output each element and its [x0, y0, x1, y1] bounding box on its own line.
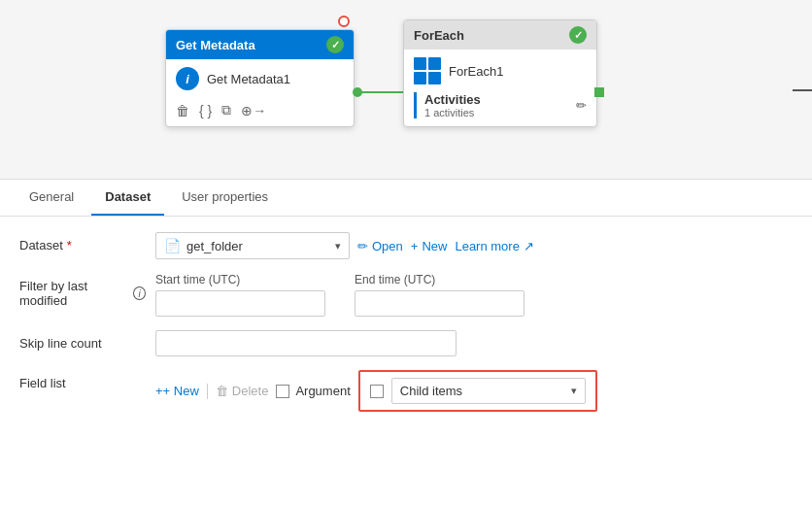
arrow-right-icon[interactable]: ⊕→ — [241, 103, 266, 118]
node-get-metadata-title: Get Metadata — [176, 38, 255, 52]
code-icon[interactable]: { } — [199, 103, 212, 118]
child-items-checkbox[interactable] — [370, 385, 384, 398]
tab-general[interactable]: General — [16, 180, 87, 216]
dataset-row: Dataset * 📄 get_folder ▾ ✏ Open + New Le… — [19, 232, 793, 259]
dataset-select-value: get_folder — [186, 239, 329, 253]
new-field-plus-icon: + — [155, 384, 163, 398]
argument-checkbox[interactable] — [276, 385, 289, 398]
dataset-select[interactable]: 📄 get_folder ▾ — [155, 232, 350, 259]
node-foreach-check: ✓ — [569, 26, 587, 44]
delete-field-button[interactable]: 🗑 Delete — [216, 384, 269, 398]
tab-user-properties[interactable]: User properties — [168, 180, 282, 216]
foreach-body: ForEach1 Activities 1 activities ✏ — [404, 50, 596, 126]
foreach-inner-text: ForEach1 — [449, 64, 503, 79]
dataset-label: Dataset * — [19, 232, 146, 252]
node-get-metadata-body-text: Get Metadata1 — [207, 72, 290, 86]
child-items-value: Child items — [400, 384, 565, 398]
child-items-select[interactable]: Child items ▾ — [391, 378, 586, 404]
skip-line-control-area — [155, 330, 793, 356]
node-get-metadata-check: ✓ — [326, 36, 344, 53]
node-get-metadata-body: i Get Metadata1 — [166, 59, 354, 98]
child-items-row: Child items ▾ — [358, 370, 597, 412]
node-get-metadata[interactable]: Get Metadata ✓ i Get Metadata1 🗑 { } ⧉ ⊕… — [165, 29, 355, 127]
end-time-label: End time (UTC) — [355, 273, 524, 286]
arrow-connector — [357, 91, 406, 93]
node-get-metadata-header: Get Metadata ✓ — [166, 30, 354, 59]
top-connector-circle — [338, 16, 350, 27]
required-asterisk: * — [67, 238, 72, 252]
time-fields: Start time (UTC) End time (UTC) — [155, 273, 524, 317]
dataset-file-icon: 📄 — [164, 238, 181, 253]
start-time-label: Start time (UTC) — [155, 273, 325, 286]
divider — [207, 384, 208, 399]
start-time-input[interactable] — [155, 290, 325, 317]
argument-row: Argument — [276, 384, 350, 398]
foreach-grid-icon — [414, 57, 441, 84]
dataset-chevron-down-icon: ▾ — [335, 240, 341, 252]
skip-line-input[interactable] — [155, 330, 457, 356]
activities-sub: 1 activities — [424, 107, 481, 118]
canvas-area: Get Metadata ✓ i Get Metadata1 🗑 { } ⧉ ⊕… — [0, 0, 812, 180]
start-time-group: Start time (UTC) — [155, 273, 325, 317]
form-area: Dataset * 📄 get_folder ▾ ✏ Open + New Le… — [0, 217, 812, 441]
skip-line-label: Skip line count — [19, 330, 146, 351]
filter-row: Filter by last modified i Start time (UT… — [19, 273, 793, 317]
learn-more-link[interactable]: Learn more ↗ — [455, 239, 533, 253]
new-field-button[interactable]: + + New — [155, 384, 199, 398]
activities-text: Activities 1 activities — [424, 92, 481, 118]
copy-icon[interactable]: ⧉ — [221, 102, 231, 118]
field-list-control-area: + + New 🗑 Delete Argument — [155, 370, 793, 412]
node-foreach[interactable]: ForEach ✓ ForEach1 Activities 1 activiti… — [403, 19, 597, 127]
tab-dataset[interactable]: Dataset — [91, 180, 164, 216]
child-items-chevron-icon: ▾ — [571, 385, 577, 397]
argument-checkbox-label[interactable]: Argument — [276, 384, 350, 398]
open-icon: ✏ — [357, 239, 368, 253]
node-foreach-header: ForEach ✓ — [404, 20, 596, 50]
filter-control-area: Start time (UTC) End time (UTC) — [155, 273, 793, 317]
skip-line-row: Skip line count — [19, 330, 793, 356]
external-link-icon: ↗ — [524, 239, 534, 253]
filter-label: Filter by last modified i — [19, 273, 146, 308]
plus-icon: + — [411, 239, 419, 253]
field-list-row: Field list + + New 🗑 Delete Argument — [19, 370, 793, 412]
tabs-bar: General Dataset User properties — [0, 180, 812, 217]
canvas-hr — [793, 89, 812, 91]
end-time-input[interactable] — [355, 290, 524, 317]
dataset-control-area: 📄 get_folder ▾ ✏ Open + New Learn more ↗ — [155, 232, 793, 259]
field-list-label: Field list — [19, 370, 146, 390]
node-info-icon: i — [176, 67, 199, 90]
node-toolbar: 🗑 { } ⧉ ⊕→ — [166, 98, 354, 126]
node-foreach-title: ForEach — [414, 28, 464, 43]
delete-icon[interactable]: 🗑 — [176, 103, 189, 118]
activities-title: Activities — [424, 92, 481, 107]
end-time-group: End time (UTC) — [355, 273, 524, 317]
open-link[interactable]: ✏ Open — [357, 239, 403, 253]
foreach-inner: ForEach1 — [414, 57, 587, 84]
argument-label-text: Argument — [295, 384, 350, 398]
filter-info-icon[interactable]: i — [133, 286, 146, 300]
field-list-actions: + + New 🗑 Delete — [155, 384, 268, 399]
new-link[interactable]: + New — [411, 239, 448, 253]
foreach-right-connector — [594, 87, 604, 97]
activities-row[interactable]: Activities 1 activities ✏ — [414, 92, 587, 118]
edit-activities-icon[interactable]: ✏ — [576, 98, 587, 113]
delete-trash-icon: 🗑 — [216, 384, 228, 398]
